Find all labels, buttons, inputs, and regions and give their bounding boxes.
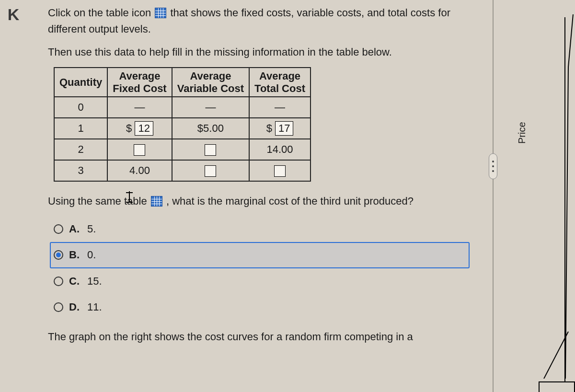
collapse-panel-button[interactable]: K (4, 5, 23, 24)
radio-icon[interactable] (54, 302, 63, 312)
pane-divider (493, 0, 494, 392)
curve-line-2 (540, 331, 569, 379)
atc-input-filled[interactable]: 17 (275, 121, 293, 136)
option-b[interactable]: B. 0. (50, 242, 470, 268)
question-body: Click on the table icon that shows the f… (48, 5, 489, 352)
cell: — (172, 97, 249, 118)
option-letter: B. (69, 247, 80, 263)
mc-options: A. 5. B. 0. C. 15. D. 11. (50, 216, 489, 320)
col-avc: AverageVariable Cost (172, 68, 249, 97)
col-quantity: Quantity (54, 68, 107, 97)
table-row: 0 — — — (54, 97, 310, 118)
table-row: 2 14.00 (54, 139, 310, 160)
cell: $5.00 (172, 118, 249, 139)
option-c[interactable]: C. 15. (50, 268, 470, 294)
radio-icon[interactable] (54, 224, 63, 234)
table-icon[interactable] (151, 196, 162, 207)
cell: $ 17 (249, 118, 310, 139)
atc-input-empty[interactable] (274, 165, 286, 177)
resize-handle[interactable] (489, 153, 497, 179)
afc-input-filled[interactable]: 12 (135, 121, 153, 136)
text-cursor-icon: a (127, 193, 133, 209)
cell: — (107, 97, 172, 118)
option-d[interactable]: D. 11. (50, 294, 470, 320)
avc-input-empty[interactable] (205, 144, 216, 156)
option-letter: A. (69, 221, 80, 237)
afc-input-empty[interactable] (134, 144, 145, 156)
instruction-line-2: Then use this data to help fill in the m… (48, 44, 489, 60)
text: Using the same t (48, 195, 127, 207)
y-axis-label: Price (517, 122, 528, 144)
option-text: 11. (87, 299, 102, 315)
axis-frame (539, 381, 575, 392)
option-a[interactable]: A. 5. (50, 216, 470, 242)
cell (172, 139, 249, 160)
cell: 14.00 (249, 139, 310, 160)
cell: — (249, 97, 310, 118)
option-letter: D. (69, 299, 80, 315)
option-letter: C. (69, 273, 80, 289)
radio-icon[interactable] (54, 250, 63, 260)
cell: 3 (54, 160, 107, 181)
instruction-line-1: Click on the table icon that shows the f… (48, 5, 489, 37)
cell (249, 160, 310, 181)
col-afc: AverageFixed Cost (107, 68, 172, 97)
cell: 0 (54, 97, 107, 118)
text: Click on the table icon (48, 7, 154, 19)
cell (107, 139, 172, 160)
chart-panel (508, 0, 575, 392)
question-line: Using the same table , what is the margi… (48, 193, 489, 209)
col-atc: AverageTotal Cost (249, 68, 310, 97)
graph-intro: The graph on the right shows the cost cu… (48, 329, 489, 345)
table-row: 1 $ 12 $5.00 $ 17 (54, 118, 310, 139)
cell: $ 12 (107, 118, 172, 139)
option-text: 0. (87, 247, 96, 263)
cell: 2 (54, 139, 107, 160)
radio-icon[interactable] (54, 277, 63, 286)
avc-input-empty[interactable] (205, 165, 216, 177)
option-text: 15. (87, 273, 102, 289)
table-row: 3 4.00 (54, 160, 310, 181)
cell: 4.00 (107, 160, 172, 181)
table-icon[interactable] (155, 8, 166, 18)
cell: 1 (54, 118, 107, 139)
option-text: 5. (87, 221, 96, 237)
text: , what is the marginal cost of the third… (166, 195, 414, 207)
text: ble (133, 195, 150, 207)
cell (172, 160, 249, 181)
cost-table: Quantity AverageFixed Cost AverageVariab… (54, 67, 311, 182)
